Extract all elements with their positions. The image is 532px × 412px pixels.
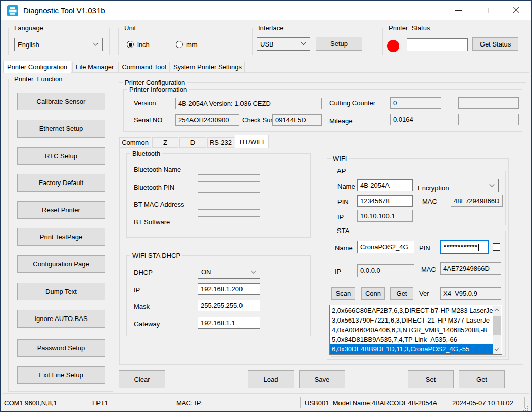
unit-inch-radio[interactable] bbox=[127, 41, 134, 48]
dhcp-select[interactable]: ON bbox=[198, 266, 260, 279]
ap-pin-field[interactable]: 12345678 bbox=[357, 195, 413, 207]
interface-select[interactable]: USB bbox=[257, 37, 310, 51]
check-sum-label: Check Sum bbox=[242, 116, 276, 124]
language-group: Language English bbox=[8, 28, 110, 55]
tab-system-printer-settings[interactable]: System Printer Settings bbox=[171, 62, 245, 72]
factory-default-button[interactable]: Factory Default bbox=[17, 174, 105, 192]
scan-result-row[interactable]: 3,0x5613790F7221,6,3,DIRECT-21-HP M377 L… bbox=[330, 315, 493, 325]
sta-name-field[interactable]: CronaPOS2_4G bbox=[357, 241, 414, 253]
status-lpt: LPT1 bbox=[92, 399, 108, 407]
language-select[interactable]: English bbox=[14, 38, 103, 51]
sta-label: STA bbox=[335, 227, 351, 235]
get-ver-button[interactable]: Get bbox=[390, 287, 413, 300]
list-scrollbar[interactable] bbox=[493, 306, 501, 354]
bluetooth-group: Bluetooth Bluetooth Name Bluetooth PIN B… bbox=[126, 153, 311, 238]
unit-mm-label: mm bbox=[186, 41, 198, 49]
maximize-button[interactable] bbox=[474, 2, 497, 18]
encryption-label: Encryption bbox=[418, 184, 449, 192]
dhcp-ip-field[interactable]: 192.168.1.200 bbox=[198, 283, 260, 295]
status-divider bbox=[300, 397, 301, 408]
clear-button[interactable]: Clear bbox=[119, 370, 165, 388]
scrollbar-thumb[interactable] bbox=[493, 316, 501, 335]
mileage-label: Mileage bbox=[329, 117, 353, 125]
close-button[interactable] bbox=[505, 2, 528, 18]
unit-label: Unit bbox=[122, 24, 138, 32]
subtab-bt-wifi[interactable]: BT/WIFI bbox=[235, 135, 269, 148]
tab-file-manager[interactable]: File Manager bbox=[72, 62, 117, 72]
app-window: Diagnostic Tool V1.031b Language English… bbox=[0, 0, 532, 412]
version-field: 4B-2054A Version: 1.036 CEZD bbox=[175, 98, 322, 109]
conn-button[interactable]: Conn bbox=[361, 287, 385, 300]
status-com: COM1 9600,N,8,1 bbox=[4, 399, 57, 407]
interface-value: USB bbox=[260, 40, 274, 48]
ap-name-field[interactable]: 4B-2054A bbox=[357, 179, 413, 191]
unit-group: Unit inch mm bbox=[118, 28, 236, 55]
interface-group: Interface USB Setup bbox=[252, 28, 366, 55]
bluetooth-name-label: Bluetooth Name bbox=[134, 166, 181, 173]
status-divider bbox=[448, 397, 448, 408]
bluetooth-pin-label: Bluetooth PIN bbox=[134, 184, 174, 191]
tab-printer-configuration[interactable]: Printer Configuration bbox=[3, 61, 71, 73]
printer-status-group: Printer Status Get Status bbox=[382, 28, 526, 55]
chevron-down-icon bbox=[301, 40, 306, 45]
mileage-field: 0.0164 bbox=[390, 114, 441, 125]
wifi-ap-group: AP Name 4B-2054A Encryption PIN 12345678… bbox=[331, 171, 506, 225]
printer-information-label: Printer Infoormation bbox=[127, 86, 189, 94]
scan-result-row[interactable]: 4,0xA0046040A406,6,3,NTGR_VMB_1406852088… bbox=[330, 325, 493, 335]
minimize-button[interactable] bbox=[447, 2, 470, 18]
subtab-d[interactable]: D bbox=[179, 137, 206, 148]
check-sum-field: 09144F5D bbox=[272, 114, 322, 126]
sta-pin-field[interactable]: ************ bbox=[440, 240, 489, 254]
resize-grip[interactable] bbox=[527, 406, 528, 407]
subtab-common[interactable]: Common bbox=[119, 137, 151, 148]
set-button[interactable]: Set bbox=[408, 370, 454, 388]
get-status-button[interactable]: Get Status bbox=[472, 37, 518, 51]
setup-button[interactable]: Setup bbox=[316, 37, 362, 51]
scroll-up-button[interactable] bbox=[493, 306, 501, 314]
scan-results-list[interactable]: 2,0x666C80EAF2B7,6,3,DIRECT-b7-HP M283 L… bbox=[329, 305, 502, 355]
status-led-icon bbox=[387, 40, 399, 52]
rtc-setup-button[interactable]: RTC Setup bbox=[17, 147, 105, 165]
printer-information-group: Printer Infoormation Version 4B-2054A Ve… bbox=[123, 89, 522, 132]
bluetooth-name-field[interactable] bbox=[198, 164, 260, 175]
bluetooth-label: Bluetooth bbox=[130, 150, 162, 157]
encryption-select[interactable] bbox=[456, 179, 499, 192]
configuration-page-button[interactable]: Configuration Page bbox=[17, 255, 105, 273]
printer-status-field[interactable] bbox=[407, 38, 468, 51]
cutting-counter-label: Cutting Counter bbox=[329, 99, 375, 107]
calibrate-sensor-button[interactable]: Calibrate Sensor bbox=[17, 93, 105, 110]
status-datetime: 2024-05-07 10:18:02 bbox=[452, 399, 513, 407]
printer-function-group: Printer Function Calibrate Sensor Ethern… bbox=[8, 79, 113, 392]
ap-mac-label: MAC bbox=[422, 198, 437, 205]
reset-printer-button[interactable]: Reset Printer bbox=[17, 201, 105, 219]
chevron-down-icon bbox=[490, 182, 495, 187]
get-button[interactable]: Get bbox=[459, 370, 505, 388]
bluetooth-pin-field[interactable] bbox=[198, 181, 260, 193]
gateway-field[interactable]: 192.168.1.1 bbox=[198, 317, 260, 329]
scan-result-row[interactable]: 5,0x84D81BB9A535,7,4,TP-Link_A535,-66 bbox=[330, 335, 493, 344]
load-button[interactable]: Load bbox=[248, 370, 294, 388]
version-label: Version bbox=[134, 99, 156, 107]
printer-function-label: Printer Function bbox=[12, 75, 64, 83]
scan-result-row[interactable]: 2,0x666C80EAF2B7,6,3,DIRECT-b7-HP M283 L… bbox=[330, 306, 493, 315]
scroll-down-button[interactable] bbox=[493, 345, 501, 354]
save-button[interactable]: Save bbox=[299, 370, 345, 388]
ethernet-setup-button[interactable]: Ethernet Setup bbox=[17, 120, 105, 138]
password-setup-button[interactable]: Password Setup bbox=[17, 339, 105, 357]
scan-button[interactable]: Scan bbox=[331, 287, 355, 300]
ignore-autobas-button[interactable]: Ignore AUTO.BAS bbox=[17, 310, 105, 328]
bt-mac-address-field[interactable] bbox=[198, 199, 260, 210]
tab-command-tool[interactable]: Command Tool bbox=[118, 62, 170, 72]
exit-line-setup-button[interactable]: Exit Line Setup bbox=[17, 366, 105, 384]
bt-software-field[interactable] bbox=[198, 216, 260, 227]
subtab-rs232[interactable]: RS-232 bbox=[207, 137, 234, 148]
subtab-z[interactable]: Z bbox=[152, 137, 178, 148]
scan-result-row-selected[interactable]: 6,0x30DE4BB9DE1D,11,3,CronaPOS2_4G,-55 bbox=[330, 344, 493, 354]
unit-mm-radio[interactable] bbox=[176, 41, 183, 48]
printer-icon bbox=[7, 5, 18, 16]
maximize-icon bbox=[483, 8, 489, 13]
print-testpage-button[interactable]: Print TestPage bbox=[17, 228, 105, 246]
sta-pin-show-checkbox[interactable] bbox=[493, 243, 500, 251]
dump-text-button[interactable]: Dump Text bbox=[17, 283, 105, 300]
mask-field[interactable]: 255.255.255.0 bbox=[198, 300, 260, 311]
